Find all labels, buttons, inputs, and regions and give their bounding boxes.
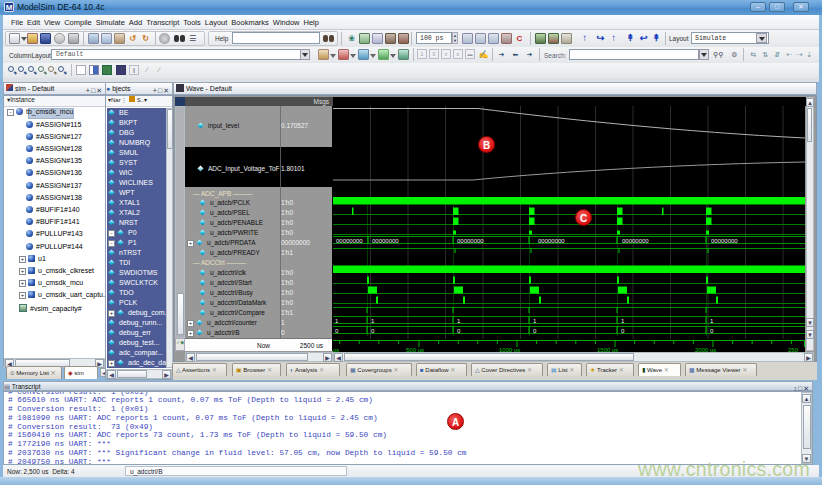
svg-text:00000000: 00000000 (372, 238, 399, 244)
svg-text:00000000: 00000000 (622, 238, 649, 244)
svg-text:00000000: 00000000 (336, 238, 363, 244)
svg-text:00000000: 00000000 (538, 238, 565, 244)
svg-text:00000000: 00000000 (457, 238, 484, 244)
svg-text:00000000: 00000000 (711, 238, 738, 244)
